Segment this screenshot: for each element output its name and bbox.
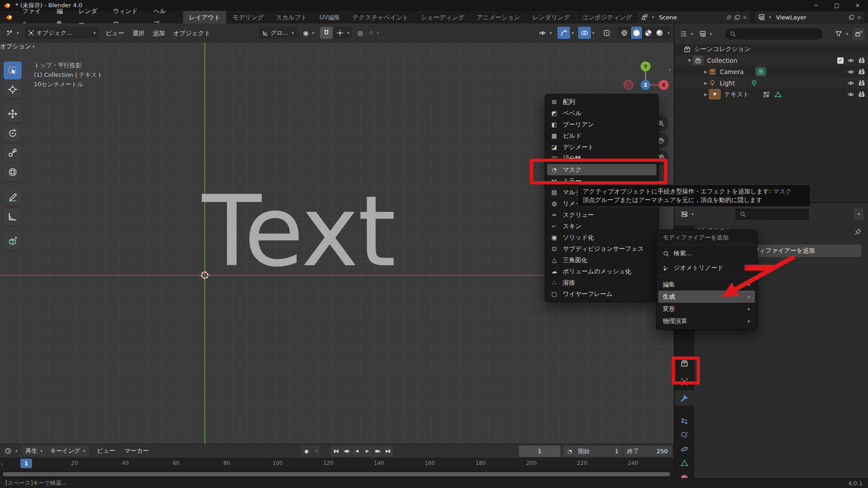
playhead[interactable]: 1 [20, 459, 32, 468]
tab-object-data-properties[interactable] [675, 455, 694, 471]
properties-search-input[interactable] [735, 208, 810, 221]
timeline-ruler[interactable]: › 20406080100120140160180200220240 1 [0, 458, 674, 470]
properties-options-dropdown[interactable]: ▾ [854, 208, 863, 221]
scroll-arrow-icon[interactable]: › [1, 461, 3, 467]
play-button[interactable]: ▶ [362, 446, 373, 457]
tab-constraint-properties[interactable] [675, 414, 694, 429]
menu-item-geometry-nodes[interactable]: ジオメトリノード [658, 261, 755, 275]
camera-restrict-icon[interactable] [858, 80, 865, 87]
measure-tool[interactable] [4, 207, 22, 225]
workspace-tab[interactable]: UV編集 [313, 11, 346, 23]
shading-solid-button[interactable] [631, 27, 642, 39]
minimize-button[interactable]: ─ [806, 0, 826, 11]
menu-item-solidify[interactable]: ▣ソリッド化 [547, 232, 656, 243]
menu-item-screw[interactable]: ≈スクリュー [547, 209, 656, 221]
cursor-3d-tool[interactable] [4, 80, 22, 99]
copy-icon[interactable] [734, 14, 740, 20]
camera-restrict-icon[interactable] [858, 91, 865, 98]
outliner-row-text[interactable]: ▶ テキスト [675, 89, 868, 100]
outliner-row-collection[interactable]: ▼ Collection ✓ [675, 55, 868, 66]
outliner-display-mode-dropdown[interactable]: ▾ [678, 28, 695, 40]
proportional-falloff-dropdown[interactable]: ∩▾ [367, 27, 381, 39]
menu-item-skin[interactable]: ⌐スキン [547, 221, 656, 232]
scene-selector[interactable]: ▾ Scene × [638, 12, 750, 23]
gizmos-dropdown[interactable]: ▾ [571, 31, 574, 35]
outliner-row-light[interactable]: ▶ Light [675, 77, 868, 89]
workspace-tab[interactable]: コンポジティング [576, 11, 639, 23]
close-button[interactable]: × [847, 0, 868, 11]
move-tool[interactable] [4, 105, 22, 123]
annotate-tool[interactable] [4, 188, 22, 206]
outliner-search-input[interactable] [725, 28, 823, 40]
unlink-icon[interactable]: × [742, 14, 747, 21]
properties-editor-type-button[interactable]: ▾ [679, 208, 696, 221]
new-collection-button[interactable] [853, 28, 864, 40]
menu-category[interactable]: 変形▸ [658, 303, 755, 315]
gizmo-negative-x-axis[interactable] [624, 80, 633, 89]
tab-particle-properties[interactable] [675, 427, 694, 443]
tab-modifier-properties[interactable] [675, 390, 694, 406]
snap-with-dropdown[interactable]: ▾ [334, 27, 352, 39]
timeline-menu-item[interactable]: ビュー [92, 447, 120, 455]
outliner-row-scene-collection[interactable]: シーンコレクション [675, 43, 868, 55]
tab-physics-properties[interactable] [675, 441, 694, 457]
camera-restrict-icon[interactable] [858, 57, 865, 64]
camera-restrict-icon[interactable] [858, 68, 865, 75]
pin-icon[interactable] [854, 228, 862, 235]
pivot-dropdown[interactable]: ◉▾ [300, 27, 317, 39]
start-frame-field[interactable]: 開始 1 [574, 446, 623, 457]
text-object[interactable]: Text [202, 183, 395, 280]
pin-icon[interactable] [726, 14, 732, 20]
current-frame-field[interactable]: 1 [519, 446, 561, 457]
chevron-down-icon[interactable]: ▾ [652, 15, 654, 19]
shading-dropdown[interactable]: ▾ [667, 31, 670, 35]
eye-icon[interactable] [847, 57, 854, 64]
editor-type-button[interactable]: ▾ [3, 27, 22, 39]
menu-item-boolean[interactable]: ◧ブーリアン [547, 119, 656, 130]
xray-toggle[interactable] [600, 27, 613, 39]
workspace-tab[interactable]: アニメーション [471, 11, 526, 23]
viewlayer-name[interactable]: ViewLayer [776, 14, 844, 21]
eye-icon[interactable] [847, 80, 854, 87]
menu-category[interactable]: 物理演算▸ [658, 315, 755, 327]
options-dropdown[interactable]: オプション▾ [0, 42, 674, 51]
transform-tool[interactable] [4, 163, 22, 181]
shading-material-button[interactable] [643, 27, 653, 39]
menu-item-array[interactable]: ⊞配列 [547, 96, 656, 108]
checkbox[interactable]: ✓ [837, 57, 844, 64]
menu-item-wireframe[interactable]: ▢ワイヤーフレーム [547, 288, 656, 300]
menu-item-decimate[interactable]: ◪デシメート [547, 141, 656, 153]
workspace-tab[interactable]: レンダリング [527, 11, 576, 23]
jump-to-end-button[interactable]: ▶▮ [383, 446, 393, 457]
rotate-tool[interactable] [4, 124, 22, 142]
shading-rendered-button[interactable] [655, 27, 665, 39]
disclosure-icon[interactable]: ▶ [703, 81, 709, 85]
outliner-row-camera[interactable]: ▶ Camera [675, 66, 868, 77]
viewport-menu-item[interactable]: オブジェクト [169, 23, 215, 42]
menu-item-bevel[interactable]: ◩ベベル [547, 108, 656, 119]
workspace-tab[interactable]: スカルプト [270, 11, 313, 23]
auto-keying-toggle[interactable]: ● [301, 446, 313, 456]
viewport-menu-item[interactable]: ビュー [102, 23, 128, 42]
timeline-menu-item[interactable]: マーカー [120, 447, 154, 455]
viewport-menu-item[interactable]: 選択 [128, 23, 149, 42]
overlays-toggle[interactable] [578, 27, 591, 39]
prev-keyframe-button[interactable]: ◀◆ [341, 446, 352, 457]
scene-name[interactable]: Scene [659, 14, 721, 21]
gizmos-toggle[interactable] [557, 27, 570, 39]
viewlayer-selector[interactable]: ▾ ViewLayer × [755, 12, 864, 23]
auto-keying-dropdown[interactable]: ▾ [312, 446, 320, 456]
blender-menu-icon[interactable] [5, 14, 13, 21]
menu-item-subdivision-surface[interactable]: ⊡サブディビジョンサーフェス [547, 243, 656, 254]
menu-item-triangulate[interactable]: △三角面化 [547, 254, 656, 266]
menu-category[interactable]: 生成▸ [658, 291, 755, 303]
menu-item-build[interactable]: ▦ビルド [547, 130, 656, 141]
mode-dropdown[interactable]: オブジェク... ▾ [25, 27, 99, 39]
navigation-gizmo[interactable]: Y X Z [623, 53, 673, 92]
outliner-filter-dropdown[interactable]: ▾ [833, 28, 850, 40]
workspace-tab[interactable]: レイアウト [183, 11, 226, 23]
orientation-dropdown[interactable]: グロ... ▾ [259, 27, 297, 39]
visibility-dropdown[interactable]: ▾ [537, 27, 554, 39]
workspace-tab[interactable]: モデリング [226, 11, 270, 23]
copy-icon[interactable] [849, 14, 854, 20]
